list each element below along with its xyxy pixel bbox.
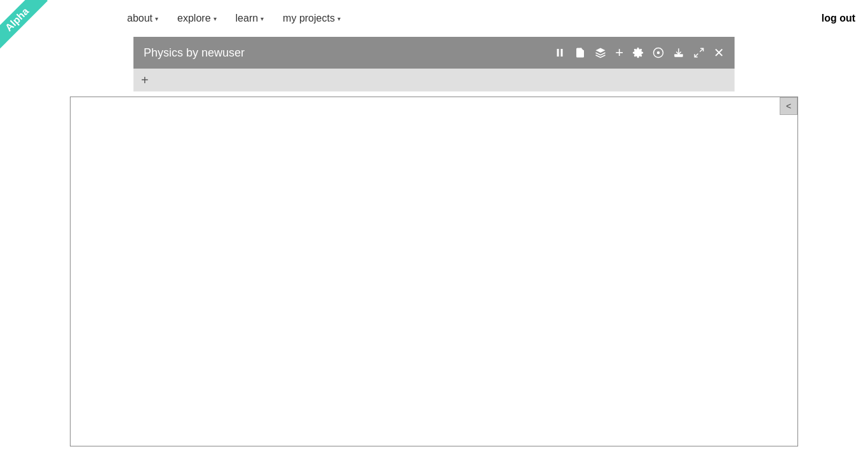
- learn-dropdown-arrow: ▾: [261, 15, 264, 22]
- toolbar-icons: +: [554, 46, 724, 60]
- download-icon: [673, 47, 684, 58]
- add-button[interactable]: +: [615, 46, 623, 60]
- nav-my-projects[interactable]: my projects ▾: [283, 13, 341, 24]
- collapse-panel-button[interactable]: <: [780, 97, 797, 115]
- settings-button[interactable]: [632, 47, 644, 58]
- my-projects-dropdown-arrow: ▾: [337, 15, 341, 22]
- svg-marker-2: [596, 48, 606, 53]
- explore-dropdown-arrow: ▾: [214, 15, 217, 22]
- pause-button[interactable]: [554, 47, 566, 58]
- svg-line-8: [695, 54, 698, 57]
- close-button[interactable]: ✕: [714, 46, 724, 59]
- top-nav: about ▾ explore ▾ learn ▾ my projects ▾ …: [0, 0, 868, 37]
- svg-line-7: [700, 48, 703, 51]
- nav-learn[interactable]: learn ▾: [236, 13, 264, 24]
- svg-rect-0: [557, 49, 559, 57]
- logout-button[interactable]: log out: [822, 13, 855, 24]
- expand-button[interactable]: [693, 47, 705, 58]
- expand-icon: [693, 47, 705, 58]
- svg-rect-1: [561, 49, 563, 57]
- tab-bar: +: [133, 69, 735, 91]
- svg-point-5: [657, 51, 660, 55]
- nav-links: about ▾ explore ▾ learn ▾ my projects ▾: [127, 13, 341, 24]
- canvas-area[interactable]: [71, 97, 797, 446]
- project-toolbar: Physics by newuser +: [133, 37, 735, 69]
- add-tab-button[interactable]: +: [141, 74, 149, 86]
- layers-button[interactable]: [595, 47, 606, 58]
- new-page-icon: [574, 47, 586, 58]
- nav-about[interactable]: about ▾: [127, 13, 158, 24]
- record-button[interactable]: [653, 47, 664, 58]
- record-icon: [653, 47, 664, 58]
- canvas-container: <: [70, 97, 798, 446]
- gear-icon: [632, 47, 644, 58]
- download-button[interactable]: [673, 47, 684, 58]
- new-page-button[interactable]: [574, 47, 586, 58]
- nav-explore[interactable]: explore ▾: [177, 13, 216, 24]
- about-dropdown-arrow: ▾: [155, 15, 158, 22]
- project-title: Physics by newuser: [144, 46, 245, 60]
- layers-icon: [595, 47, 606, 58]
- pause-icon: [554, 47, 566, 58]
